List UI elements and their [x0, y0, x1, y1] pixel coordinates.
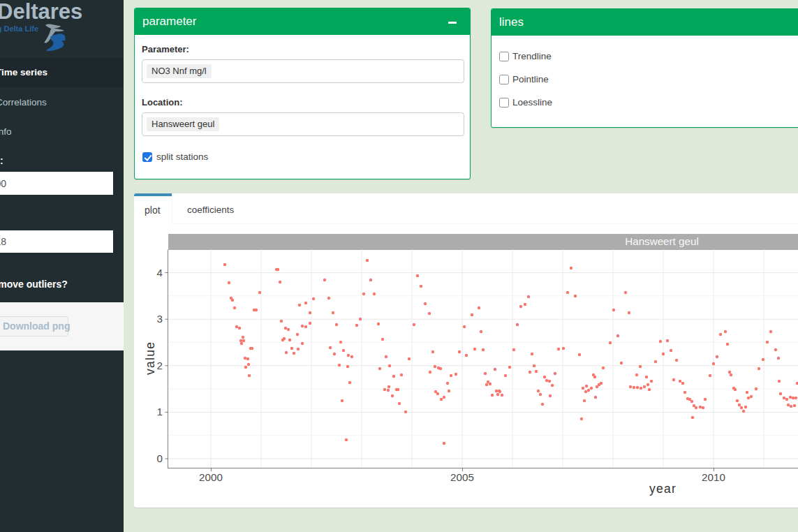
svg-text:0: 0 — [157, 452, 163, 464]
svg-text:2000: 2000 — [199, 471, 223, 482]
svg-text:1: 1 — [157, 406, 163, 418]
svg-text:4: 4 — [157, 267, 163, 279]
svg-text:Hansweert geul: Hansweert geul — [625, 235, 699, 247]
svg-text:2: 2 — [157, 360, 163, 371]
svg-text:3: 3 — [157, 313, 163, 325]
svg-text:2005: 2005 — [450, 471, 474, 482]
svg-text:2010: 2010 — [702, 471, 725, 482]
